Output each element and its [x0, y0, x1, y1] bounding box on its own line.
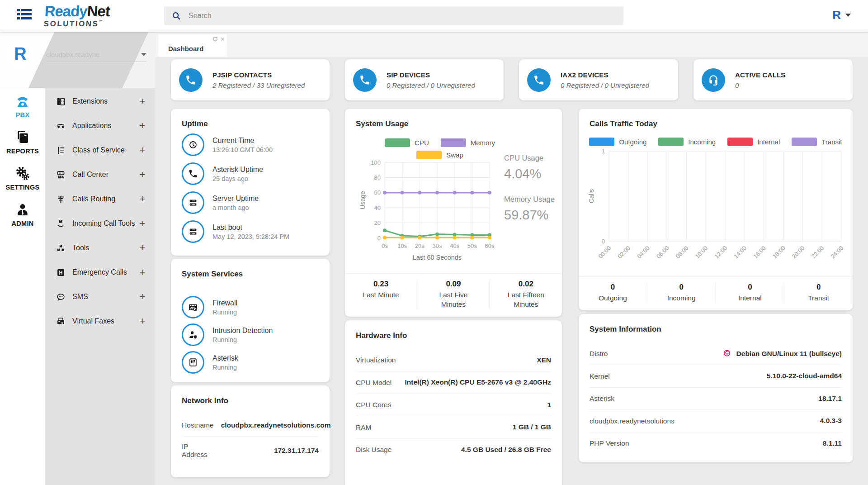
svg-text:60s: 60s — [485, 242, 495, 249]
svg-text:12:00: 12:00 — [713, 245, 729, 260]
rail-item-admin[interactable]: ADMIN — [0, 197, 45, 233]
submenu-item-class-of-service[interactable]: Class of Service+ — [45, 138, 155, 162]
legend-item-transit[interactable]: Transit — [792, 138, 842, 146]
svg-text:0: 0 — [602, 238, 605, 245]
copy-pages-icon — [15, 130, 30, 145]
menu-toggle-icon[interactable] — [17, 9, 32, 23]
svg-text:16:00: 16:00 — [752, 245, 767, 260]
network-hostname-row: Hostname cloudpbx.readynetsolutions.com — [182, 414, 319, 437]
tenant-selector[interactable]: cloudpbx.readyne — [46, 47, 146, 62]
global-search — [164, 6, 623, 25]
avatar[interactable]: R — [5, 39, 35, 69]
card-title: System Usage — [345, 109, 562, 128]
expand-plus-icon[interactable]: + — [139, 242, 145, 254]
svg-text:0: 0 — [377, 235, 381, 242]
hardware-info-card: Hardware Info VirtualizationXEN CPU Mode… — [345, 320, 562, 485]
svg-text:20: 20 — [374, 219, 381, 226]
legend-item-outgoing[interactable]: Outgoing — [589, 138, 646, 146]
legend-item-incoming[interactable]: Incoming — [658, 138, 716, 146]
expand-plus-icon[interactable]: + — [139, 95, 145, 107]
expand-plus-icon[interactable]: + — [139, 266, 145, 278]
expand-plus-icon[interactable]: + — [139, 193, 145, 205]
network-info-card: Network Info Hostname cloudpbx.readynets… — [171, 385, 330, 477]
submenu-item-applications[interactable]: Applications+ — [45, 114, 155, 138]
tab-dashboard[interactable]: Dashboard × — [158, 34, 227, 57]
network-ip-row: IP Address 172.31.17.174 — [182, 437, 319, 465]
system-services-card: System Services FirewallRunning Intrusio… — [171, 259, 330, 382]
logo-text-solutions: SOLUTIONS — [43, 19, 99, 28]
svg-text:60: 60 — [374, 189, 381, 196]
expand-plus-icon[interactable]: + — [139, 315, 145, 327]
close-tab-icon[interactable]: × — [221, 36, 225, 43]
phone-bubble-icon — [527, 68, 551, 92]
submenu-item-virtual-faxes[interactable]: Virtual Faxes+ — [45, 309, 155, 333]
submenu-item-sms[interactable]: SMS+ — [45, 285, 155, 309]
legend-item-cpu[interactable]: CPU — [385, 138, 429, 147]
svg-text:22:00: 22:00 — [810, 245, 826, 260]
svg-text:100: 100 — [371, 159, 381, 166]
shield-person-icon — [182, 323, 204, 346]
submenu-item-calls-routing[interactable]: Calls Routing+ — [45, 187, 155, 211]
legend-swatch — [658, 138, 684, 146]
svg-text:02:00: 02:00 — [616, 245, 632, 260]
stat-value: 0 Registered / 0 Unregistered — [387, 81, 475, 89]
submenu-item-extensions[interactable]: Extensions+ — [45, 89, 155, 114]
expand-plus-icon[interactable]: + — [139, 291, 145, 303]
class-of-service-icon — [56, 146, 66, 155]
legend-item-internal[interactable]: Internal — [727, 138, 780, 146]
expand-plus-icon[interactable]: + — [139, 169, 145, 181]
legend-item-memory[interactable]: Memory — [441, 138, 495, 147]
rail-item-reports[interactable]: REPORTS — [0, 124, 45, 161]
top-bar: ReadyNet SOLUTIONS™ R — [0, 0, 868, 32]
user-initial: R — [832, 8, 841, 22]
legend-swatch — [589, 138, 614, 146]
expand-plus-icon[interactable]: + — [139, 218, 145, 229]
traffic-chart-legend: OutgoingIncomingInternalTransit — [579, 138, 853, 146]
expand-plus-icon[interactable]: + — [139, 120, 145, 132]
svg-text:18:00: 18:00 — [771, 245, 787, 260]
rail-item-pbx[interactable]: PBX — [0, 88, 45, 124]
svg-text:20s: 20s — [415, 242, 425, 249]
pbx-submenu: Extensions+ Applications+ Class of Servi… — [45, 88, 155, 485]
search-input[interactable] — [188, 11, 623, 20]
svg-text:30s: 30s — [433, 242, 442, 249]
user-menu[interactable]: R — [832, 8, 851, 22]
hw-cpu-model-row: CPU ModelIntel(R) Xeon(R) CPU E5-2676 v3… — [356, 371, 551, 394]
svg-text:80: 80 — [374, 174, 381, 181]
intercom-icon — [182, 351, 204, 374]
load-averages: 0.23Last Minute 0.09Last Five Minutes 0.… — [345, 273, 562, 317]
hw-ram-row: RAM1 GB / 1 GB — [356, 416, 551, 438]
refresh-tab-icon[interactable] — [212, 36, 218, 43]
card-title: System Services — [171, 259, 330, 279]
svg-text:40: 40 — [374, 204, 381, 211]
logo-text-ready: Ready — [44, 3, 88, 19]
submenu-item-incoming-call-tools[interactable]: Incoming Call Tools+ — [45, 211, 155, 236]
system-usage-chart: 0204060801000s10s20s30s40s50s60sUsageLas… — [350, 155, 506, 269]
server-icon — [182, 220, 204, 243]
card-title: Uptime — [171, 109, 330, 128]
svg-text:Last 60 Seconds: Last 60 Seconds — [413, 254, 462, 261]
headset-bubble-icon — [702, 68, 725, 92]
svg-text:Usage: Usage — [359, 191, 366, 209]
phone-bubble-icon — [353, 68, 377, 92]
svg-text:04:00: 04:00 — [636, 245, 651, 260]
card-title: System Information — [579, 314, 853, 334]
submenu-item-call-center[interactable]: Call Center+ — [45, 162, 155, 187]
system-information-card: System Information Distro Debian GNU/Lin… — [579, 314, 853, 462]
stat-title: IAX2 DEVICES — [561, 71, 649, 79]
service-firewall: FirewallRunning — [182, 296, 237, 319]
si-asterisk-row: Asterisk18.17.1 — [590, 388, 842, 410]
hw-cpu-cores-row: CPU Cores1 — [356, 394, 551, 416]
nav-rail: PBX REPORTS SETTINGS ADMIN — [0, 88, 45, 485]
sms-icon — [56, 292, 66, 302]
submenu-item-emergency-calls[interactable]: Emergency Calls+ — [45, 260, 155, 285]
card-title: Network Info — [171, 385, 330, 405]
submenu-item-tools[interactable]: Tools+ — [45, 236, 155, 260]
svg-text:50s: 50s — [467, 242, 477, 249]
rail-item-settings[interactable]: SETTINGS — [0, 161, 45, 197]
legend-label: Transit — [821, 138, 842, 146]
svg-text:Calls: Calls — [588, 189, 595, 203]
uptime-asterisk: Asterisk Uptime25 days ago — [182, 162, 263, 185]
svg-text:08:00: 08:00 — [675, 245, 690, 260]
expand-plus-icon[interactable]: + — [139, 144, 145, 156]
